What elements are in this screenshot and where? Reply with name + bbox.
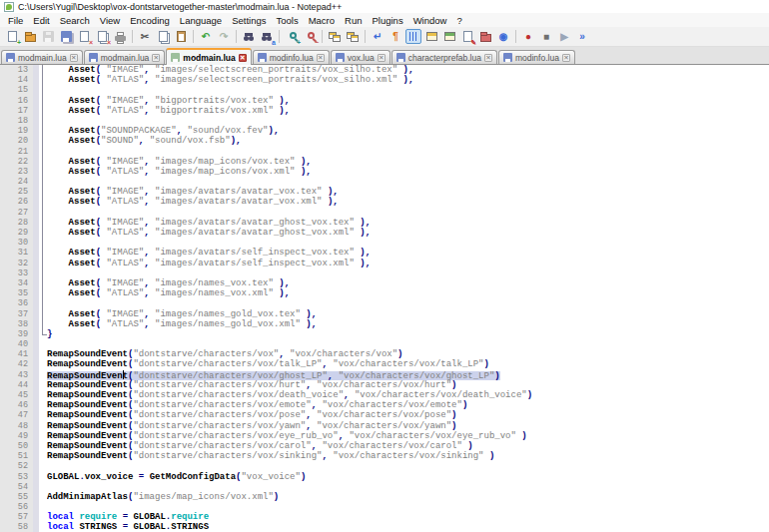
fold-margin[interactable] xyxy=(39,85,47,95)
line-number[interactable]: 16 xyxy=(0,96,33,106)
fold-margin[interactable] xyxy=(39,472,47,482)
code-line-38[interactable]: 38 Asset( "ATLAS", "images/names_gold_vo… xyxy=(0,319,769,329)
code-line-17[interactable]: 17 Asset( "ATLAS", "bigportraits/vox.xml… xyxy=(0,106,769,116)
tab-close-icon[interactable]: ✕ xyxy=(562,54,570,62)
line-number[interactable]: 47 xyxy=(0,410,33,420)
line-number[interactable]: 43 xyxy=(0,370,33,380)
line-number[interactable]: 48 xyxy=(0,421,33,431)
fold-margin[interactable] xyxy=(39,167,47,177)
line-number[interactable]: 15 xyxy=(0,85,33,95)
menu-language[interactable]: Language xyxy=(175,14,227,27)
tab-modmain.lua-1[interactable]: modmain.lua✕ xyxy=(84,50,166,64)
fold-margin[interactable] xyxy=(39,136,47,146)
close-file-icon[interactable]: × xyxy=(76,29,92,44)
line-number[interactable]: 45 xyxy=(0,390,33,400)
line-number[interactable]: 51 xyxy=(0,451,33,461)
document-list-icon[interactable]: ✎ xyxy=(459,29,475,44)
fold-margin[interactable] xyxy=(39,157,47,167)
menu-settings[interactable]: Settings xyxy=(227,14,271,27)
line-number[interactable]: 33 xyxy=(0,268,33,278)
fold-margin[interactable] xyxy=(39,96,47,106)
menu-edit[interactable]: Edit xyxy=(28,14,54,27)
menu-plugins[interactable]: Plugins xyxy=(367,14,407,27)
macro-record-icon[interactable]: ● xyxy=(520,29,536,44)
fold-margin[interactable] xyxy=(39,208,47,218)
code-line-27[interactable]: 27 xyxy=(0,208,769,218)
code-line-46[interactable]: 46RemapSoundEvent("dontstarve/characters… xyxy=(0,400,769,410)
code-line-49[interactable]: 49RemapSoundEvent("dontstarve/characters… xyxy=(0,431,769,441)
code-line-43[interactable]: 43RemapSoundEvent("dontstarve/characters… xyxy=(0,370,769,380)
close-all-icon[interactable]: × xyxy=(94,29,110,44)
menu-window[interactable]: Window xyxy=(408,14,452,27)
code-line-55[interactable]: 55AddMinimapAtlas("images/map_icons/vox.… xyxy=(0,492,769,502)
tab-close-icon[interactable]: ✕ xyxy=(70,54,78,62)
sync-vertical-scroll-icon[interactable] xyxy=(327,29,343,44)
line-number[interactable]: 50 xyxy=(0,441,33,451)
code-line-51[interactable]: 51RemapSoundEvent("dontstarve/characters… xyxy=(0,451,769,461)
line-number[interactable]: 20 xyxy=(0,136,33,146)
fold-margin[interactable] xyxy=(39,370,47,380)
code-line-25[interactable]: 25 Asset( "IMAGE", "images/avatars/avata… xyxy=(0,187,769,197)
find-icon[interactable] xyxy=(241,29,257,44)
fold-margin[interactable] xyxy=(39,259,47,268)
fold-margin[interactable] xyxy=(39,288,47,298)
code-line-33[interactable]: 33 xyxy=(0,268,769,278)
macro-stop-icon[interactable]: ■ xyxy=(538,29,554,44)
code-line-32[interactable]: 32 Asset( "ATLAS", "images/avatars/self_… xyxy=(0,259,769,268)
fold-margin[interactable] xyxy=(39,400,47,410)
line-number[interactable]: 57 xyxy=(0,512,33,522)
line-number[interactable]: 35 xyxy=(0,288,33,298)
code-line-36[interactable]: 36 xyxy=(0,298,769,308)
code-line-39[interactable]: 39} xyxy=(0,329,769,339)
code-line-57[interactable]: 57local require = GLOBAL.require xyxy=(0,512,769,522)
title-bar[interactable]: C:\Users\Yugil\Desktop\vox-dontstarvetog… xyxy=(0,0,769,13)
fold-margin[interactable] xyxy=(39,431,47,441)
fold-margin[interactable] xyxy=(39,116,47,126)
fold-margin[interactable] xyxy=(39,380,47,390)
code-line-42[interactable]: 42RemapSoundEvent("dontstarve/characters… xyxy=(0,359,769,369)
line-number[interactable]: 44 xyxy=(0,380,33,390)
code-line-54[interactable]: 54 xyxy=(0,482,769,492)
code-line-26[interactable]: 26 Asset( "ATLAS", "images/avatars/avata… xyxy=(0,197,769,207)
line-number[interactable]: 37 xyxy=(0,309,33,319)
line-number[interactable]: 17 xyxy=(0,106,33,116)
line-number[interactable]: 38 xyxy=(0,319,33,329)
fold-margin[interactable] xyxy=(39,278,47,288)
code-line-41[interactable]: 41RemapSoundEvent("dontstarve/characters… xyxy=(0,349,769,359)
line-number[interactable]: 29 xyxy=(0,228,33,238)
line-number[interactable]: 24 xyxy=(0,177,33,187)
fold-margin[interactable] xyxy=(39,492,47,502)
tab-close-icon[interactable]: ✕ xyxy=(152,54,160,62)
code-line-37[interactable]: 37 Asset( "IMAGE", "images/names_gold_vo… xyxy=(0,309,769,319)
fold-margin[interactable] xyxy=(39,502,47,512)
line-number[interactable]: 30 xyxy=(0,238,33,248)
indent-guide-icon[interactable] xyxy=(405,29,421,44)
fold-margin[interactable] xyxy=(39,349,47,359)
fold-margin[interactable] xyxy=(39,147,47,157)
line-number[interactable]: 40 xyxy=(0,339,33,349)
code-line-13[interactable]: 13 Asset( "IMAGE", "images/selectscreen_… xyxy=(0,65,769,75)
undo-icon[interactable]: ↶ xyxy=(198,29,214,44)
line-number[interactable]: 25 xyxy=(0,187,33,197)
word-wrap-icon[interactable]: ↵ xyxy=(370,29,385,44)
code-line-34[interactable]: 34 Asset( "IMAGE", "images/names_vox.tex… xyxy=(0,278,769,288)
code-line-31[interactable]: 31 Asset( "IMAGE", "images/avatars/self_… xyxy=(0,248,769,258)
code-line-50[interactable]: 50RemapSoundEvent("dontstarve/characters… xyxy=(0,441,769,451)
code-editor[interactable]: 13 Asset( "IMAGE", "images/selectscreen_… xyxy=(0,65,769,532)
line-number[interactable]: 54 xyxy=(0,482,33,492)
code-line-23[interactable]: 23 Asset( "ATLAS", "images/map_icons/vox… xyxy=(0,167,769,177)
line-number[interactable]: 52 xyxy=(0,461,33,471)
fold-margin[interactable] xyxy=(39,482,47,492)
line-number[interactable]: 28 xyxy=(0,218,33,228)
code-line-22[interactable]: 22 Asset( "IMAGE", "images/map_icons/vox… xyxy=(0,157,769,167)
code-line-29[interactable]: 29 Asset( "ATLAS", "images/avatars/avata… xyxy=(0,228,769,238)
code-line-56[interactable]: 56 xyxy=(0,502,769,512)
zoom-out-icon[interactable]: − xyxy=(302,29,318,44)
code-line-40[interactable]: 40 xyxy=(0,339,769,349)
fold-margin[interactable] xyxy=(39,228,47,238)
tab-close-icon[interactable]: ✕ xyxy=(317,54,325,62)
line-number[interactable]: 42 xyxy=(0,359,33,369)
code-line-52[interactable]: 52 xyxy=(0,461,769,471)
line-number[interactable]: 23 xyxy=(0,167,33,177)
fold-margin[interactable] xyxy=(39,441,47,451)
